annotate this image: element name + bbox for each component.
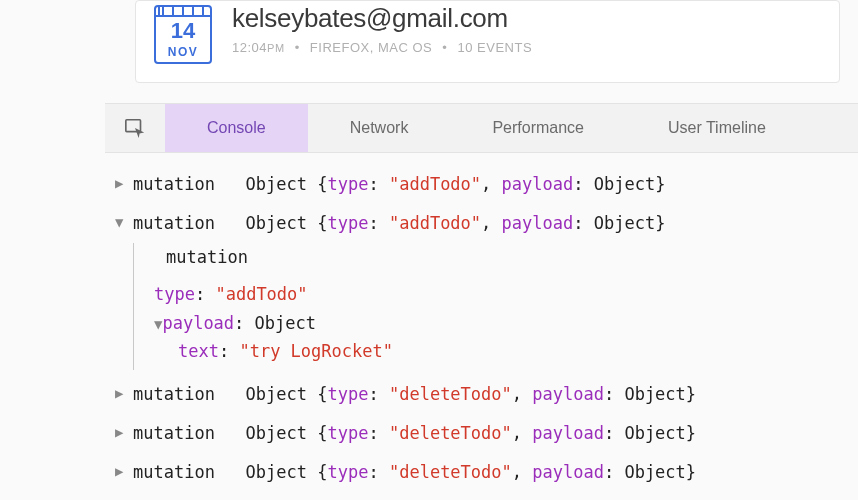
log-row[interactable]: ▶ mutation Object {type: "deleteTodo", p… [115,375,858,414]
log-row[interactable]: ▶ mutation Object {type: "deleteTodo", p… [115,453,858,492]
disclosure-expanded-icon[interactable]: ▼ [115,209,133,235]
tab-console[interactable]: Console [165,104,308,152]
log-row[interactable]: ▶ mutation Object {type: "deleteTodo", p… [115,414,858,453]
disclosure-collapsed-icon[interactable]: ▶ [115,380,133,406]
session-browser: FIREFOX, MAC OS [310,40,432,55]
calendar-month: NOV [168,45,199,59]
tab-user-timeline[interactable]: User Timeline [626,104,808,152]
calendar-icon: 14 NOV [154,5,212,64]
tab-network[interactable]: Network [308,104,451,152]
session-meta: 12:04PM • FIREFOX, MAC OS • 10 EVENTS [232,40,821,55]
disclosure-collapsed-icon[interactable]: ▶ [115,419,133,445]
inspect-button[interactable] [105,104,165,152]
devtools-tabs: Console Network Performance User Timelin… [105,103,858,153]
log-row[interactable]: ▶ mutation Object {type: "addTodo", payl… [115,165,858,204]
disclosure-collapsed-icon[interactable]: ▶ [115,170,133,196]
session-card: 14 NOV kelseybates@gmail.com 12:04PM • F… [135,0,840,83]
tab-performance[interactable]: Performance [450,104,626,152]
disclosure-collapsed-icon[interactable]: ▶ [115,458,133,484]
session-email: kelseybates@gmail.com [232,3,821,34]
inspect-icon [124,117,146,139]
log-expanded-detail: mutation type: "addTodo" ▼ payload: Obje… [133,243,858,371]
console-output: ▶ mutation Object {type: "addTodo", payl… [105,153,858,492]
log-row-expanded[interactable]: ▼ mutation Object {type: "addTodo", payl… [115,204,858,243]
log-label: mutation [154,243,858,280]
session-events: 10 EVENTS [458,40,533,55]
calendar-day: 14 [171,17,195,45]
